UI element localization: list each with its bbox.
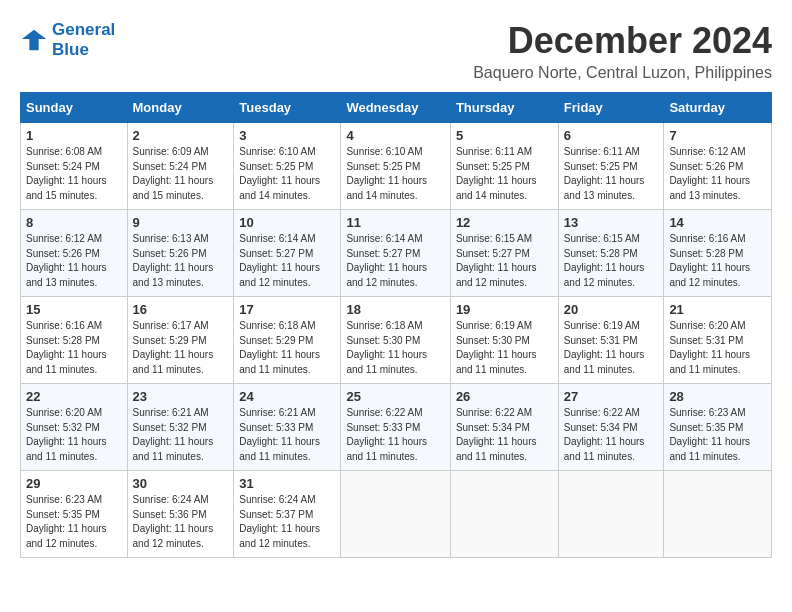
day-number: 19 [456, 302, 553, 317]
table-row: 1 Sunrise: 6:08 AM Sunset: 5:24 PM Dayli… [21, 123, 128, 210]
day-number: 7 [669, 128, 766, 143]
day-number: 17 [239, 302, 335, 317]
day-info: Sunrise: 6:11 AM Sunset: 5:25 PM Dayligh… [456, 145, 553, 203]
day-number: 29 [26, 476, 122, 491]
header-saturday: Saturday [664, 93, 772, 123]
day-number: 15 [26, 302, 122, 317]
table-row: 18 Sunrise: 6:18 AM Sunset: 5:30 PM Dayl… [341, 297, 450, 384]
calendar-header-row: Sunday Monday Tuesday Wednesday Thursday… [21, 93, 772, 123]
day-number: 1 [26, 128, 122, 143]
logo-text: General Blue [52, 20, 115, 59]
calendar-week-row: 15 Sunrise: 6:16 AM Sunset: 5:28 PM Dayl… [21, 297, 772, 384]
table-row: 17 Sunrise: 6:18 AM Sunset: 5:29 PM Dayl… [234, 297, 341, 384]
day-number: 18 [346, 302, 444, 317]
day-number: 11 [346, 215, 444, 230]
table-row: 29 Sunrise: 6:23 AM Sunset: 5:35 PM Dayl… [21, 471, 128, 558]
calendar-week-row: 22 Sunrise: 6:20 AM Sunset: 5:32 PM Dayl… [21, 384, 772, 471]
day-info: Sunrise: 6:16 AM Sunset: 5:28 PM Dayligh… [669, 232, 766, 290]
table-row: 26 Sunrise: 6:22 AM Sunset: 5:34 PM Dayl… [450, 384, 558, 471]
day-info: Sunrise: 6:15 AM Sunset: 5:27 PM Dayligh… [456, 232, 553, 290]
calendar-table: Sunday Monday Tuesday Wednesday Thursday… [20, 92, 772, 558]
day-info: Sunrise: 6:20 AM Sunset: 5:32 PM Dayligh… [26, 406, 122, 464]
table-row: 28 Sunrise: 6:23 AM Sunset: 5:35 PM Dayl… [664, 384, 772, 471]
day-number: 4 [346, 128, 444, 143]
day-info: Sunrise: 6:17 AM Sunset: 5:29 PM Dayligh… [133, 319, 229, 377]
header-friday: Friday [558, 93, 664, 123]
day-number: 23 [133, 389, 229, 404]
table-row [664, 471, 772, 558]
title-block: December 2024 Baquero Norte, Central Luz… [473, 20, 772, 82]
table-row: 16 Sunrise: 6:17 AM Sunset: 5:29 PM Dayl… [127, 297, 234, 384]
table-row [558, 471, 664, 558]
day-info: Sunrise: 6:23 AM Sunset: 5:35 PM Dayligh… [669, 406, 766, 464]
calendar-week-row: 8 Sunrise: 6:12 AM Sunset: 5:26 PM Dayli… [21, 210, 772, 297]
day-info: Sunrise: 6:15 AM Sunset: 5:28 PM Dayligh… [564, 232, 659, 290]
day-info: Sunrise: 6:08 AM Sunset: 5:24 PM Dayligh… [26, 145, 122, 203]
day-number: 10 [239, 215, 335, 230]
table-row [341, 471, 450, 558]
table-row: 5 Sunrise: 6:11 AM Sunset: 5:25 PM Dayli… [450, 123, 558, 210]
day-number: 26 [456, 389, 553, 404]
table-row: 24 Sunrise: 6:21 AM Sunset: 5:33 PM Dayl… [234, 384, 341, 471]
table-row: 10 Sunrise: 6:14 AM Sunset: 5:27 PM Dayl… [234, 210, 341, 297]
table-row: 9 Sunrise: 6:13 AM Sunset: 5:26 PM Dayli… [127, 210, 234, 297]
day-info: Sunrise: 6:18 AM Sunset: 5:29 PM Dayligh… [239, 319, 335, 377]
table-row: 21 Sunrise: 6:20 AM Sunset: 5:31 PM Dayl… [664, 297, 772, 384]
day-info: Sunrise: 6:24 AM Sunset: 5:36 PM Dayligh… [133, 493, 229, 551]
table-row: 8 Sunrise: 6:12 AM Sunset: 5:26 PM Dayli… [21, 210, 128, 297]
day-info: Sunrise: 6:12 AM Sunset: 5:26 PM Dayligh… [669, 145, 766, 203]
day-number: 25 [346, 389, 444, 404]
day-number: 16 [133, 302, 229, 317]
day-info: Sunrise: 6:21 AM Sunset: 5:32 PM Dayligh… [133, 406, 229, 464]
table-row: 2 Sunrise: 6:09 AM Sunset: 5:24 PM Dayli… [127, 123, 234, 210]
svg-marker-0 [22, 29, 46, 50]
calendar-week-row: 29 Sunrise: 6:23 AM Sunset: 5:35 PM Dayl… [21, 471, 772, 558]
day-number: 24 [239, 389, 335, 404]
day-info: Sunrise: 6:16 AM Sunset: 5:28 PM Dayligh… [26, 319, 122, 377]
day-number: 8 [26, 215, 122, 230]
day-info: Sunrise: 6:10 AM Sunset: 5:25 PM Dayligh… [346, 145, 444, 203]
day-number: 27 [564, 389, 659, 404]
day-info: Sunrise: 6:21 AM Sunset: 5:33 PM Dayligh… [239, 406, 335, 464]
table-row: 23 Sunrise: 6:21 AM Sunset: 5:32 PM Dayl… [127, 384, 234, 471]
table-row: 31 Sunrise: 6:24 AM Sunset: 5:37 PM Dayl… [234, 471, 341, 558]
day-number: 30 [133, 476, 229, 491]
header-monday: Monday [127, 93, 234, 123]
table-row: 3 Sunrise: 6:10 AM Sunset: 5:25 PM Dayli… [234, 123, 341, 210]
day-info: Sunrise: 6:22 AM Sunset: 5:34 PM Dayligh… [564, 406, 659, 464]
day-info: Sunrise: 6:19 AM Sunset: 5:30 PM Dayligh… [456, 319, 553, 377]
day-info: Sunrise: 6:09 AM Sunset: 5:24 PM Dayligh… [133, 145, 229, 203]
day-number: 13 [564, 215, 659, 230]
header-sunday: Sunday [21, 93, 128, 123]
day-info: Sunrise: 6:14 AM Sunset: 5:27 PM Dayligh… [239, 232, 335, 290]
day-number: 5 [456, 128, 553, 143]
table-row: 19 Sunrise: 6:19 AM Sunset: 5:30 PM Dayl… [450, 297, 558, 384]
calendar-week-row: 1 Sunrise: 6:08 AM Sunset: 5:24 PM Dayli… [21, 123, 772, 210]
location-subtitle: Baquero Norte, Central Luzon, Philippine… [473, 64, 772, 82]
day-info: Sunrise: 6:20 AM Sunset: 5:31 PM Dayligh… [669, 319, 766, 377]
day-number: 6 [564, 128, 659, 143]
day-info: Sunrise: 6:22 AM Sunset: 5:33 PM Dayligh… [346, 406, 444, 464]
day-number: 2 [133, 128, 229, 143]
table-row: 4 Sunrise: 6:10 AM Sunset: 5:25 PM Dayli… [341, 123, 450, 210]
header-thursday: Thursday [450, 93, 558, 123]
day-number: 3 [239, 128, 335, 143]
day-info: Sunrise: 6:11 AM Sunset: 5:25 PM Dayligh… [564, 145, 659, 203]
header-wednesday: Wednesday [341, 93, 450, 123]
day-info: Sunrise: 6:23 AM Sunset: 5:35 PM Dayligh… [26, 493, 122, 551]
day-number: 12 [456, 215, 553, 230]
page-header: General Blue December 2024 Baquero Norte… [20, 20, 772, 82]
logo: General Blue [20, 20, 115, 59]
table-row: 6 Sunrise: 6:11 AM Sunset: 5:25 PM Dayli… [558, 123, 664, 210]
day-number: 21 [669, 302, 766, 317]
header-tuesday: Tuesday [234, 93, 341, 123]
table-row: 27 Sunrise: 6:22 AM Sunset: 5:34 PM Dayl… [558, 384, 664, 471]
table-row: 14 Sunrise: 6:16 AM Sunset: 5:28 PM Dayl… [664, 210, 772, 297]
day-info: Sunrise: 6:24 AM Sunset: 5:37 PM Dayligh… [239, 493, 335, 551]
table-row: 22 Sunrise: 6:20 AM Sunset: 5:32 PM Dayl… [21, 384, 128, 471]
day-info: Sunrise: 6:18 AM Sunset: 5:30 PM Dayligh… [346, 319, 444, 377]
month-title: December 2024 [473, 20, 772, 62]
table-row: 15 Sunrise: 6:16 AM Sunset: 5:28 PM Dayl… [21, 297, 128, 384]
table-row: 7 Sunrise: 6:12 AM Sunset: 5:26 PM Dayli… [664, 123, 772, 210]
logo-icon [20, 26, 48, 54]
